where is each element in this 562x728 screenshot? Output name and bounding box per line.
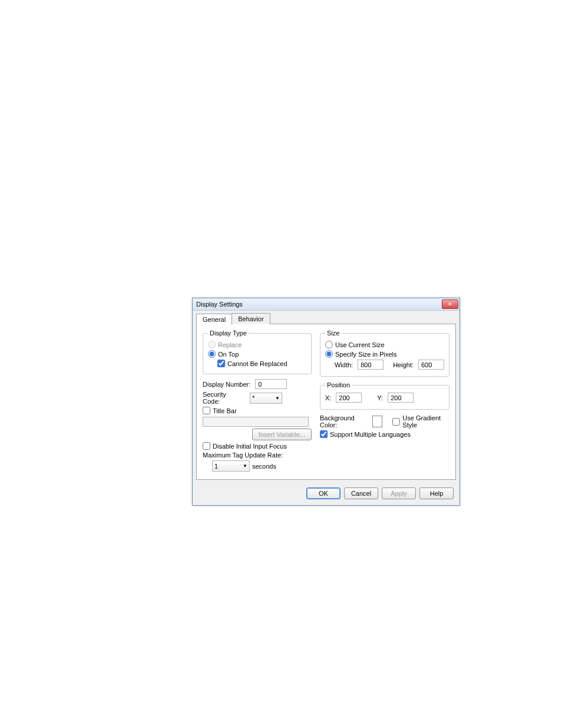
radio-on-top[interactable]: On Top bbox=[208, 350, 239, 358]
y-input[interactable] bbox=[388, 393, 414, 403]
checkbox-cannot-be-replaced[interactable]: Cannot Be Replaced bbox=[217, 360, 287, 367]
display-number-row: Display Number: bbox=[203, 379, 312, 389]
apply-button[interactable]: Apply bbox=[382, 487, 416, 499]
size-legend: Size bbox=[325, 330, 341, 337]
display-type-legend: Display Type bbox=[208, 330, 249, 337]
display-number-input[interactable] bbox=[255, 379, 287, 389]
y-label: Y: bbox=[377, 394, 383, 401]
tab-general[interactable]: General bbox=[196, 314, 232, 325]
bg-color-row: Background Color: Use Gradient Style bbox=[320, 414, 449, 429]
radio-on-top-input[interactable] bbox=[208, 350, 216, 358]
cancel-button[interactable]: Cancel bbox=[344, 487, 378, 499]
disable-initial-focus-row: Disable Initial Input Focus bbox=[203, 442, 312, 450]
dialog-title: Display Settings bbox=[196, 301, 243, 308]
help-button[interactable]: Help bbox=[419, 487, 454, 499]
width-label: Width: bbox=[335, 361, 353, 368]
title-bar-input-row bbox=[203, 417, 312, 427]
right-column: Size Use Current Size Specify Size in Pi… bbox=[320, 330, 449, 473]
radio-replace[interactable]: Replace bbox=[208, 341, 242, 348]
security-code-label: Security Code: bbox=[203, 391, 245, 405]
radio-use-current-size-input[interactable] bbox=[325, 341, 333, 348]
checkbox-use-gradient-input[interactable] bbox=[392, 418, 400, 426]
x-label: X: bbox=[325, 394, 331, 401]
radio-specify-size-input[interactable] bbox=[325, 350, 333, 358]
insert-variable-button[interactable]: Insert Variable... bbox=[252, 429, 312, 440]
checkbox-support-multi-lang-input[interactable] bbox=[320, 430, 328, 438]
checkbox-cannot-be-replaced-input[interactable] bbox=[217, 360, 225, 367]
radio-replace-input[interactable] bbox=[208, 341, 216, 348]
tab-body-general: Display Type Replace On Top bbox=[196, 324, 456, 480]
close-button[interactable]: ✕ bbox=[442, 299, 458, 309]
position-group: Position X: Y: bbox=[320, 381, 449, 410]
bg-color-swatch[interactable] bbox=[372, 416, 383, 427]
display-settings-dialog: Display Settings ✕ General Behavior Disp… bbox=[192, 298, 460, 506]
height-input[interactable] bbox=[418, 360, 444, 370]
security-code-row: Security Code: * ▼ bbox=[203, 391, 312, 405]
max-tag-rate-label: Maximum Tag Update Rate: bbox=[203, 452, 283, 459]
bg-color-label: Background Color: bbox=[320, 414, 368, 429]
ok-button[interactable]: OK bbox=[306, 487, 340, 499]
security-code-value: * bbox=[252, 394, 254, 401]
title-bar-row: Title Bar bbox=[203, 407, 312, 414]
display-type-group: Display Type Replace On Top bbox=[203, 330, 312, 374]
dialog-button-row: OK Cancel Apply Help bbox=[193, 484, 459, 505]
radio-use-current-size[interactable]: Use Current Size bbox=[325, 341, 385, 348]
max-tag-rate-unit: seconds bbox=[252, 463, 276, 470]
tab-behavior[interactable]: Behavior bbox=[232, 313, 270, 324]
tabstrip: General Behavior bbox=[193, 311, 459, 324]
checkbox-disable-initial-focus-input[interactable] bbox=[203, 442, 210, 450]
close-icon: ✕ bbox=[448, 302, 452, 307]
checkbox-use-gradient[interactable]: Use Gradient Style bbox=[392, 414, 449, 429]
checkbox-title-bar-input[interactable] bbox=[203, 407, 210, 414]
support-multi-lang-row: Support Multiple Languages bbox=[320, 430, 449, 438]
size-group: Size Use Current Size Specify Size in Pi… bbox=[320, 330, 449, 377]
insert-variable-row: Insert Variable... bbox=[203, 429, 312, 440]
checkbox-title-bar[interactable]: Title Bar bbox=[203, 407, 237, 414]
display-number-label: Display Number: bbox=[203, 381, 250, 388]
chevron-down-icon: ▼ bbox=[243, 463, 247, 469]
max-tag-rate-value: 1 bbox=[214, 463, 218, 470]
max-tag-rate-block: Maximum Tag Update Rate: 1 ▼ seconds bbox=[203, 452, 312, 472]
left-column: Display Type Replace On Top bbox=[203, 330, 312, 473]
title-bar-input[interactable] bbox=[203, 417, 309, 427]
security-code-select[interactable]: * ▼ bbox=[250, 393, 282, 404]
position-legend: Position bbox=[325, 381, 352, 388]
radio-specify-size[interactable]: Specify Size in Pixels bbox=[325, 350, 397, 358]
chevron-down-icon: ▼ bbox=[275, 396, 280, 401]
max-tag-rate-select[interactable]: 1 ▼ bbox=[212, 460, 250, 472]
checkbox-disable-initial-focus[interactable]: Disable Initial Input Focus bbox=[203, 442, 287, 450]
width-input[interactable] bbox=[358, 360, 384, 370]
height-label: Height: bbox=[393, 361, 414, 368]
titlebar: Display Settings ✕ bbox=[193, 298, 459, 311]
checkbox-support-multi-lang[interactable]: Support Multiple Languages bbox=[320, 430, 411, 438]
x-input[interactable] bbox=[336, 393, 362, 403]
